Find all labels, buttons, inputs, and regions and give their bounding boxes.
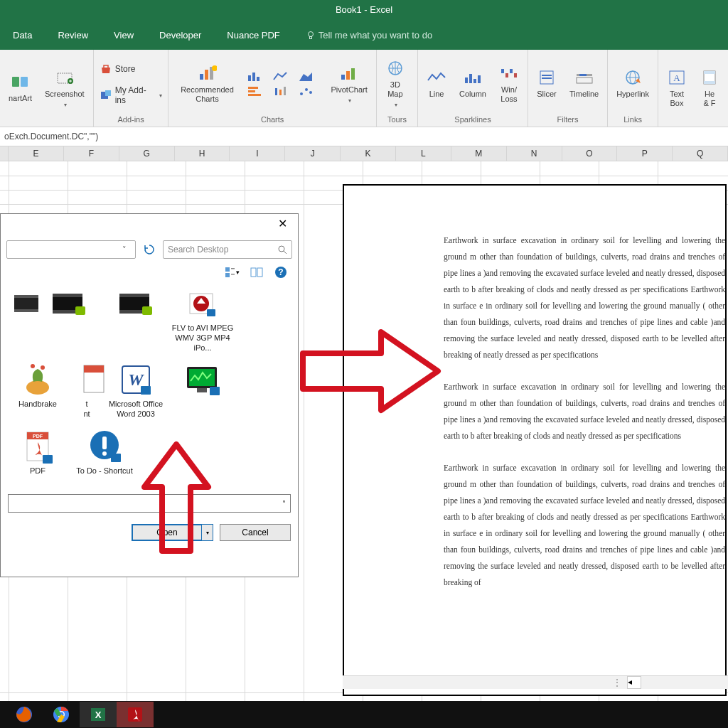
chart-area-icon[interactable] [298, 70, 321, 82]
svg-rect-56 [257, 268, 262, 277]
open-button[interactable]: Open ▾ [132, 524, 203, 541]
spark-line-icon [427, 68, 446, 87]
svg-rect-19 [275, 88, 277, 95]
task-excel[interactable]: X [80, 702, 117, 727]
ribbon-tabs: Data Review View Developer Nuance PDF Te… [0, 20, 728, 50]
col-n[interactable]: N [507, 146, 562, 161]
scroll-dots-icon: ⋮ [613, 678, 623, 687]
col-m[interactable]: M [451, 146, 507, 161]
svg-rect-17 [248, 90, 255, 92]
svg-rect-32 [478, 75, 481, 83]
svg-rect-54 [231, 274, 235, 275]
chart-scatter-icon[interactable] [298, 85, 321, 98]
hyperlink-button[interactable]: Hyperlink [614, 67, 652, 100]
links-group-label: Links [614, 115, 652, 125]
col-o[interactable]: O [562, 146, 618, 161]
file-video-2[interactable] [38, 287, 100, 353]
tab-review[interactable]: Review [58, 30, 88, 41]
svg-rect-41 [579, 74, 587, 76]
file-handbrake[interactable]: Handbrake [6, 363, 69, 419]
sparklines-group-label: Sparklines [424, 115, 522, 125]
chart-bar-icon[interactable] [247, 70, 269, 82]
task-acrobat[interactable] [117, 702, 154, 727]
pivotchart-icon [339, 64, 359, 82]
chart-line-icon[interactable] [272, 70, 295, 82]
my-addins-button[interactable]: My Add-ins▾ [100, 84, 163, 107]
cancel-button[interactable]: Cancel [220, 524, 291, 541]
svg-rect-48 [704, 71, 715, 74]
store-icon [100, 63, 112, 75]
recommended-charts-button[interactable]: Recommended Charts [174, 63, 240, 105]
sparkline-line-button[interactable]: Line [424, 67, 449, 100]
scroll-left-button[interactable]: ◂ [627, 676, 641, 689]
col-e[interactable]: E [9, 146, 64, 161]
address-combo[interactable]: ˅ [6, 240, 136, 259]
svg-rect-63 [53, 294, 82, 297]
pivotchart-button[interactable]: PivotChart▾ [328, 63, 370, 106]
tab-nuance-pdf[interactable]: Nuance PDF [227, 30, 279, 41]
smartart-button[interactable]: nartArt [6, 71, 35, 105]
file-pdf-left[interactable]: t nt [73, 363, 100, 419]
task-firefox[interactable] [6, 702, 43, 727]
col-i[interactable]: I [230, 146, 285, 161]
col-j[interactable]: J [285, 146, 341, 161]
file-video-1[interactable] [6, 287, 33, 353]
col-g[interactable]: G [119, 146, 175, 161]
file-todo-shortcut[interactable]: To Do - Shortcut [73, 429, 136, 476]
sparkline-winloss-button[interactable]: Win/ Loss [496, 63, 522, 105]
svg-rect-92 [111, 454, 121, 462]
tab-view[interactable]: View [114, 30, 134, 41]
svg-rect-49 [704, 81, 715, 84]
file-monitor[interactable] [171, 363, 234, 419]
tell-me-box[interactable]: Tell me what you want to do [306, 30, 432, 41]
file-flv-converter[interactable]: FLV to AVI MPEG WMV 3GP MP4 iPo... [171, 287, 234, 353]
help-icon[interactable]: ? [274, 265, 288, 279]
screenshot-button[interactable]: Screenshot▾ [42, 67, 87, 110]
horizontal-scrollbar[interactable]: ⋮ ◂ [343, 675, 728, 689]
addins-group-label: Add-ins [100, 115, 163, 125]
embedded-pdf-object[interactable]: Earthwork in surface excavation in ordin… [343, 184, 727, 696]
tab-data[interactable]: Data [13, 30, 32, 41]
file-word-2003[interactable]: W Microsoft Office Word 2003 [105, 363, 167, 419]
col-h[interactable]: H [175, 146, 230, 161]
refresh-icon[interactable] [141, 242, 157, 257]
svg-rect-42 [577, 77, 592, 83]
file-list: FLV to AVI MPEG WMV 3GP MP4 iPo... Handb… [1, 282, 298, 490]
chart-stock-icon[interactable] [272, 85, 295, 98]
svg-rect-65 [75, 306, 85, 315]
header-footer-button[interactable]: He & F [697, 67, 722, 109]
textbox-button[interactable]: A Text Box [664, 67, 690, 109]
col-f[interactable]: F [64, 146, 119, 161]
svg-rect-12 [248, 75, 251, 81]
col-p[interactable]: P [617, 146, 673, 161]
task-chrome[interactable] [43, 702, 80, 727]
3dmap-button[interactable]: 3D Map▾ [382, 58, 408, 110]
organize-icon[interactable]: ▾ [225, 265, 240, 279]
close-icon[interactable]: ✕ [271, 217, 294, 234]
search-icon [277, 245, 287, 255]
slicer-button[interactable]: Slicer [534, 67, 560, 100]
slicer-icon [537, 68, 557, 87]
formula-bar[interactable]: oExch.Document.DC","") [0, 127, 728, 146]
col-l[interactable]: L [396, 146, 451, 161]
svg-rect-3 [21, 77, 28, 87]
addins-icon [100, 89, 112, 102]
column-headers: E F G H I J K L M N O P Q [0, 146, 728, 161]
file-video-3[interactable] [105, 287, 167, 353]
store-button[interactable]: Store [100, 61, 136, 77]
timeline-button[interactable]: Timeline [567, 67, 601, 100]
doc-para-3: Earthwork in surface excavation in ordin… [444, 460, 725, 591]
open-dropdown[interactable]: ▾ [201, 524, 213, 541]
view-icon[interactable] [250, 265, 264, 279]
filename-combo[interactable]: ˅ [8, 494, 291, 513]
search-input[interactable]: Search Desktop [163, 240, 292, 259]
svg-rect-88 [43, 455, 53, 464]
file-pdf[interactable]: PDF PDF [6, 429, 69, 476]
sparkline-column-button[interactable]: Column [456, 67, 489, 100]
chart-hbar-icon[interactable] [247, 85, 269, 98]
tab-developer[interactable]: Developer [159, 30, 201, 41]
col-k[interactable]: K [341, 146, 396, 161]
col-q[interactable]: Q [673, 146, 728, 161]
svg-rect-29 [465, 77, 468, 83]
svg-rect-26 [346, 71, 350, 80]
